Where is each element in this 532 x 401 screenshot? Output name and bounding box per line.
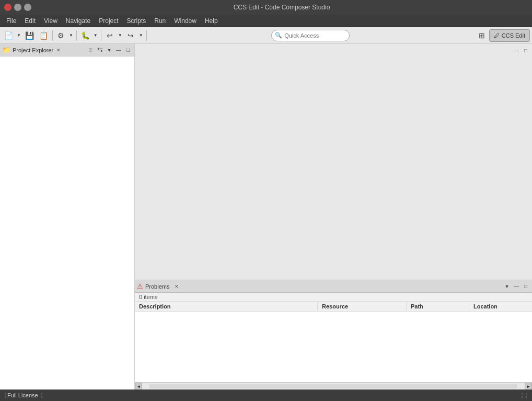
menu-help[interactable]: Help xyxy=(201,16,222,26)
separator-3 xyxy=(101,30,101,41)
menu-window[interactable]: Window xyxy=(170,16,201,26)
maximize-editor-button[interactable]: □ xyxy=(522,46,530,54)
build-button[interactable]: ⚙ xyxy=(55,29,67,42)
quick-access-input[interactable] xyxy=(271,30,350,41)
menu-edit[interactable]: Edit xyxy=(20,16,40,26)
menu-run[interactable]: Run xyxy=(150,16,170,26)
problems-column-headers: Description Resource Path Location xyxy=(135,302,532,312)
main-area: 📁 Project Explorer ✕ ≡ ⇆ ▼ — □ xyxy=(0,44,532,389)
menu-scripts[interactable]: Scripts xyxy=(123,16,151,26)
problems-controls: ▼ — □ xyxy=(503,282,530,291)
problems-tab-label: Problems xyxy=(145,283,169,290)
menu-file[interactable]: File xyxy=(2,16,20,26)
menu-bar: File Edit View Navigate Project Scripts … xyxy=(0,15,532,27)
status-far-right: ┊ ┊ xyxy=(521,393,528,398)
problems-horizontal-scrollbar[interactable]: ◂ ▸ xyxy=(135,382,532,389)
ccs-edit-perspective-button[interactable]: 🖊 CCS Edit xyxy=(489,29,530,42)
new-dropdown-arrow[interactable]: ▼ xyxy=(16,29,22,42)
new-button[interactable]: 📄 xyxy=(2,29,15,42)
problems-header: ⚠ Problems ✕ ▼ — □ xyxy=(135,280,532,293)
chevron-down-icon: ▼ xyxy=(17,33,21,38)
problems-close-button[interactable]: ✕ xyxy=(174,283,180,290)
perspective-buttons: ⊞ 🖊 CCS Edit xyxy=(476,29,530,42)
collapse-all-button[interactable]: ≡ xyxy=(86,46,95,54)
copy-button[interactable]: 📋 xyxy=(37,29,50,42)
status-sep-4: ┊ xyxy=(525,393,528,398)
open-perspective-button[interactable]: ⊞ xyxy=(476,29,488,42)
save-button[interactable]: 💾 xyxy=(23,29,36,42)
debug-dropdown-arrow[interactable]: ▼ xyxy=(92,29,99,42)
debug-button-group: 🐛 ▼ xyxy=(79,29,99,42)
problems-icon: ⚠ xyxy=(137,282,143,290)
toolbar: 📄 ▼ 💾 📋 ⚙ ▼ 🐛 ▼ ↩ ▼ ↪ ▼ 🔍 xyxy=(0,27,532,44)
new-icon: 📄 xyxy=(4,31,13,40)
title-bar: CCS Edit - Code Composer Studio xyxy=(0,0,532,15)
menu-view[interactable]: View xyxy=(40,16,62,26)
problems-count: 0 items xyxy=(135,293,532,302)
view-menu-button[interactable]: ▼ xyxy=(105,46,113,54)
project-explorer-controls: ≡ ⇆ ▼ — □ xyxy=(86,46,132,54)
status-sep-3: ┊ xyxy=(521,393,524,398)
chevron-down-icon: ▼ xyxy=(139,33,143,38)
minimize-button[interactable] xyxy=(14,4,21,11)
project-explorer-icon: 📁 xyxy=(2,46,10,54)
scrollbar-track xyxy=(149,384,517,388)
separator-4 xyxy=(146,30,147,41)
problems-maximize-button[interactable]: □ xyxy=(522,282,530,291)
path-column-header: Path xyxy=(407,302,469,311)
menu-navigate[interactable]: Navigate xyxy=(62,16,95,26)
separator-1 xyxy=(52,30,53,41)
status-right-separators: ┊ xyxy=(40,393,43,398)
ccs-edit-icon: 🖊 xyxy=(494,32,500,39)
redo-button[interactable]: ↪ xyxy=(124,29,137,42)
left-panel: 📁 Project Explorer ✕ ≡ ⇆ ▼ — □ xyxy=(0,44,135,389)
right-panel: — □ ⚠ Problems ✕ ▼ — □ 0 items Descripti… xyxy=(135,44,532,389)
quick-access-container: 🔍 xyxy=(271,30,350,41)
window-title: CCS Edit - Code Composer Studio xyxy=(36,4,528,11)
new-button-group: 📄 ▼ xyxy=(2,29,22,42)
chevron-down-icon: ▼ xyxy=(118,33,122,38)
window-buttons xyxy=(4,4,31,11)
problems-body xyxy=(135,312,532,382)
editor-area: — □ xyxy=(135,44,532,280)
close-button[interactable] xyxy=(4,4,11,11)
link-editor-button[interactable]: ⇆ xyxy=(96,46,104,54)
project-explorer-tab: 📁 Project Explorer ✕ xyxy=(2,46,62,54)
project-explorer-header: 📁 Project Explorer ✕ ≡ ⇆ ▼ — □ xyxy=(0,44,134,56)
minimize-panel-button[interactable]: — xyxy=(114,46,123,54)
maximize-panel-button[interactable]: □ xyxy=(124,46,132,54)
quick-access-wrapper: 🔍 xyxy=(149,30,472,41)
location-column-header: Location xyxy=(469,302,532,311)
scroll-left-button[interactable]: ◂ xyxy=(135,383,142,390)
problems-panel: ⚠ Problems ✕ ▼ — □ 0 items Description R… xyxy=(135,280,532,389)
chevron-down-icon: ▼ xyxy=(69,33,73,38)
project-explorer-label: Project Explorer xyxy=(13,47,53,53)
problems-minimize-button[interactable]: — xyxy=(512,282,521,291)
description-column-header: Description xyxy=(135,302,318,311)
status-text: Full License xyxy=(7,392,38,398)
redo-dropdown-arrow[interactable]: ▼ xyxy=(138,29,144,42)
editor-panel-controls: — □ xyxy=(512,46,530,54)
debug-button[interactable]: 🐛 xyxy=(79,29,92,42)
undo-dropdown-arrow[interactable]: ▼ xyxy=(117,29,123,42)
menu-project[interactable]: Project xyxy=(95,16,122,26)
maximize-button[interactable] xyxy=(24,4,31,11)
undo-button[interactable]: ↩ xyxy=(103,29,116,42)
status-sep-2: ┊ xyxy=(40,393,43,398)
ccs-edit-label: CCS Edit xyxy=(502,32,525,39)
problems-view-menu-button[interactable]: ▼ xyxy=(503,282,511,291)
separator-2 xyxy=(76,30,77,41)
minimize-editor-button[interactable]: — xyxy=(512,46,521,54)
resource-column-header: Resource xyxy=(318,302,407,311)
chevron-down-icon: ▼ xyxy=(94,33,98,38)
build-button-group: ⚙ ▼ xyxy=(55,29,74,42)
scroll-right-button[interactable]: ▸ xyxy=(525,383,532,390)
project-explorer-close-button[interactable]: ✕ xyxy=(55,47,62,53)
build-dropdown-arrow[interactable]: ▼ xyxy=(68,29,74,42)
project-explorer-content xyxy=(0,56,134,389)
status-bar: ┊ Full License ┊ ┊ ┊ xyxy=(0,389,532,401)
